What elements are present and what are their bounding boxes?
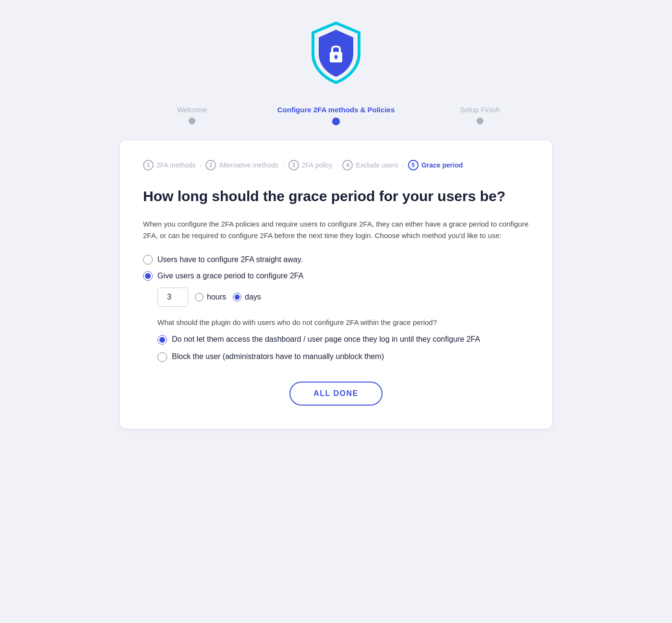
- sub-step-4-num: 4: [342, 160, 353, 170]
- sub-radio-options: Do not let them access the dashboard / u…: [157, 334, 529, 362]
- sub-question-text: What should the plugin do with users who…: [157, 318, 529, 326]
- sub-option-no-access-label: Do not let them access the dashboard / u…: [172, 334, 480, 345]
- sub-option-block-label: Block the user (administrators have to m…: [172, 351, 384, 362]
- sub-step-1-label: 2FA methods: [156, 161, 196, 169]
- step-configure-dot: [332, 118, 340, 125]
- page-description: When you configure the 2FA policies and …: [143, 218, 529, 241]
- sub-step-5-label: Grace period: [421, 161, 463, 169]
- option-grace-period[interactable]: Give users a grace period to configure 2…: [143, 271, 529, 281]
- step-welcome-dot: [189, 118, 195, 124]
- sub-option-no-access[interactable]: Do not let them access the dashboard / u…: [157, 334, 529, 345]
- all-done-button[interactable]: ALL DONE: [289, 382, 382, 406]
- radio-block[interactable]: [157, 352, 167, 362]
- sub-steps-nav: 1 2FA methods › 2 Alternative methods › …: [143, 160, 529, 170]
- step-configure: Configure 2FA methods & Policies: [264, 106, 408, 125]
- unit-days-option[interactable]: days: [233, 293, 261, 301]
- logo-icon: [307, 19, 365, 86]
- sub-step-3-label: 2FA policy: [302, 161, 333, 169]
- sub-step-3-num: 3: [288, 160, 299, 170]
- step-finish-label: Setup Finish: [460, 106, 500, 114]
- option-straight-away[interactable]: Users have to configure 2FA straight awa…: [143, 255, 529, 264]
- step-finish: Setup Finish: [408, 106, 552, 124]
- option-grace-period-label: Give users a grace period to configure 2…: [157, 272, 303, 280]
- grace-controls: hours days: [157, 288, 529, 307]
- sub-option-block[interactable]: Block the user (administrators have to m…: [157, 351, 529, 362]
- progress-stepper: Welcome Configure 2FA methods & Policies…: [120, 106, 552, 125]
- sub-step-2-num: 2: [205, 160, 216, 170]
- sub-step-1-num: 1: [143, 160, 154, 170]
- sub-step-policy[interactable]: 3 2FA policy: [288, 160, 333, 170]
- step-welcome: Welcome: [120, 106, 264, 124]
- unit-days-label: days: [245, 293, 261, 301]
- unit-hours-option[interactable]: hours: [195, 293, 226, 301]
- step-finish-dot: [477, 118, 483, 124]
- sub-step-grace[interactable]: 5 Grace period: [408, 160, 463, 170]
- step-welcome-label: Welcome: [177, 106, 207, 114]
- radio-no-access[interactable]: [157, 335, 167, 345]
- main-card: 1 2FA methods › 2 Alternative methods › …: [120, 141, 552, 429]
- sub-step-4-label: Exclude users: [356, 161, 398, 169]
- sub-step-alternative[interactable]: 2 Alternative methods: [205, 160, 278, 170]
- divider-2: ›: [282, 161, 285, 169]
- divider-4: ›: [402, 161, 404, 169]
- svg-rect-2: [336, 57, 337, 60]
- sub-step-5-num: 5: [408, 160, 419, 170]
- divider-1: ›: [200, 161, 202, 169]
- sub-step-exclude[interactable]: 4 Exclude users: [342, 160, 398, 170]
- divider-3: ›: [336, 161, 339, 169]
- sub-step-2-label: Alternative methods: [219, 161, 278, 169]
- radio-days[interactable]: [233, 293, 241, 301]
- option-straight-away-label: Users have to configure 2FA straight awa…: [157, 255, 303, 264]
- radio-hours[interactable]: [195, 293, 204, 301]
- radio-straight-away[interactable]: [143, 255, 153, 264]
- grace-number-input[interactable]: [157, 288, 188, 307]
- radio-grace-period[interactable]: [143, 271, 153, 281]
- logo-area: [307, 19, 365, 86]
- step-configure-label: Configure 2FA methods & Policies: [277, 106, 395, 114]
- unit-hours-label: hours: [207, 293, 226, 301]
- sub-step-2fa-methods[interactable]: 1 2FA methods: [143, 160, 196, 170]
- page-title: How long should the grace period for you…: [143, 188, 529, 205]
